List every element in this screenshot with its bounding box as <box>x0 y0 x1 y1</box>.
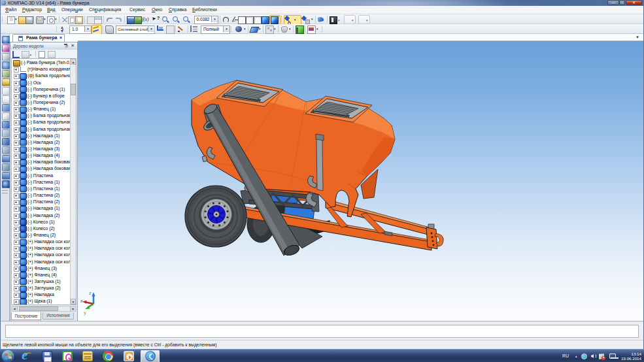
svg-text:y: y <box>84 310 86 316</box>
svg-text:z: z <box>89 291 92 295</box>
svg-text:x: x <box>80 299 83 303</box>
